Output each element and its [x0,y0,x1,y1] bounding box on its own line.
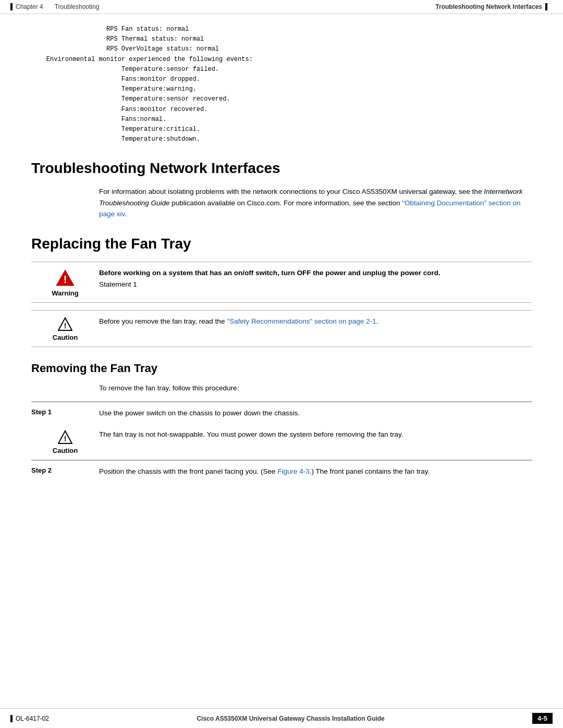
step2-content: Position the chassis with the front pane… [99,466,532,477]
svg-text:!: ! [64,322,67,330]
step-caution-icon: ! [58,430,72,445]
step1-content: Use the power switch on the chassis to p… [99,408,532,419]
footer-doc-number: OL-6417-02 [16,715,49,722]
step-caution-icon-col: ! Caution [31,429,99,454]
code-line-9: Fans:monitor recovered. [31,105,532,115]
main-content: RPS Fan status: normal RPS Thermal statu… [0,14,563,514]
section2-heading: Replacing the Fan Tray [31,236,532,252]
step-caution-box: ! Caution The fan tray is not hot-swappa… [31,424,532,460]
step-caution-label: Caution [53,447,78,454]
section3-heading: Removing the Fan Tray [31,362,532,375]
section1-body-text2: publication available on Cisco.com. For … [170,199,402,207]
header-bar-right [545,3,547,10]
warning-icon: ! [56,268,75,287]
step1-box: Step 1 Use the power switch on the chass… [31,402,532,424]
code-line-1: RPS Fan status: normal [31,24,532,34]
caution-label: Caution [53,334,78,341]
chapter-separator [46,3,52,10]
caution-text: Before you remove the fan tray, read the [99,317,227,325]
chapter-title: Troubleshooting [55,3,100,10]
step2-link[interactable]: Figure 4-3 [277,467,310,475]
section3-intro: To remove the fan tray, follow this proc… [99,382,532,394]
warning-text-bold: Before working on a system that has an o… [99,269,440,277]
header-right: Troubleshooting Network Interfaces [435,3,547,10]
caution-content: Before you remove the fan tray, read the… [99,316,532,327]
header-left: Chapter 4 Troubleshooting [10,3,99,10]
step1-label: Step 1 [31,408,99,416]
code-line-5: Temperature:sensor failed. [31,65,532,75]
header-bar-left [10,3,13,10]
caution-link[interactable]: "Safety Recommendations" section on page… [227,317,376,325]
caution-icon: ! [58,317,72,331]
caution-icon-col: ! Caution [31,316,99,341]
warning-content: Before working on a system that has an o… [99,267,532,290]
chapter-label: Chapter 4 [16,3,43,10]
footer-left: OL-6417-02 [10,715,49,722]
code-line-12: Temperature:shutdown. [31,134,532,144]
code-line-8: Temperature:sensor recovered. [31,94,532,104]
section1-heading: Troubleshooting Network Interfaces [31,160,532,177]
code-line-2: RPS Thermal status: normal [31,34,532,44]
steps-container: Step 1 Use the power switch on the chass… [31,401,532,483]
caution-box: ! Caution Before you remove the fan tray… [31,310,532,347]
step2-label: Step 2 [31,466,99,474]
warning-box: ! Warning Before working on a system tha… [31,262,532,303]
page-footer: OL-6417-02 Cisco AS5350XM Universal Gate… [0,708,563,728]
footer-bar [10,715,13,722]
caution-text2: . [376,317,378,325]
svg-text:!: ! [64,435,67,443]
code-line-11: Temperature:critical. [31,125,532,134]
footer-page: 4-5 [532,713,553,724]
code-line-6: Fans:monitor dropped. [31,75,532,84]
code-line-7: Temperature:warning. [31,84,532,94]
code-line-10: Fans:normal. [31,115,532,125]
warning-icon-col: ! Warning [31,267,99,297]
page-header: Chapter 4 Troubleshooting Troubleshootin… [0,0,563,14]
section1-body-text1: For information about isolating problems… [99,188,484,195]
section1-body-text3: . [125,210,127,218]
step-caution-content: The fan tray is not hot-swappable. You m… [99,429,532,440]
footer-center: Cisco AS5350XM Universal Gateway Chassis… [197,715,384,722]
step2-text2: .) The front panel contains the fan tray… [310,467,430,475]
code-line-4: Environmental monitor experienced the fo… [31,55,532,65]
code-line-3: RPS OverVoltage status: normal [31,44,532,54]
section1-body: For information about isolating problems… [99,186,532,220]
step2-text1: Position the chassis with the front pane… [99,467,277,475]
code-block: RPS Fan status: normal RPS Thermal statu… [31,24,532,144]
warning-statement: Statement 1 [99,280,137,288]
header-section-title: Troubleshooting Network Interfaces [435,3,542,10]
svg-text:!: ! [64,274,67,285]
step2-box: Step 2 Position the chassis with the fro… [31,460,532,483]
warning-label: Warning [52,289,79,297]
